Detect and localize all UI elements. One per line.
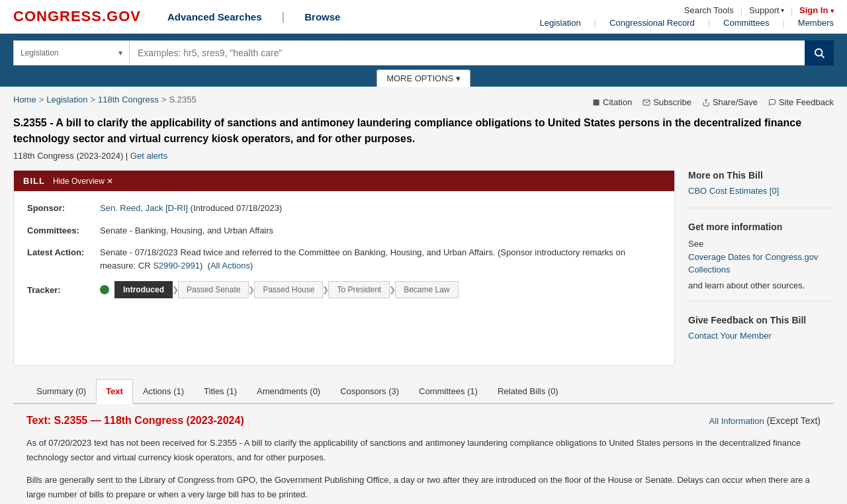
top-bar: CONGRESS.GOV Advanced Searches | Browse … xyxy=(0,0,847,34)
top-right-links: Search Tools | Support ▾ | Sign In ▾ xyxy=(684,5,834,15)
contact-member-link[interactable]: Contact Your Member xyxy=(688,331,834,341)
cbo-link[interactable]: CBO Cost Estimates [0] xyxy=(688,186,834,196)
tab-text[interactable]: Text xyxy=(96,379,133,404)
nav-divider: | xyxy=(282,10,285,24)
top-nav: Advanced Searches | Browse xyxy=(167,10,340,24)
tab-cosponsors[interactable]: Cosponsors (3) xyxy=(330,379,409,404)
divider2: | xyxy=(791,5,793,15)
all-actions-link[interactable]: All Actions xyxy=(210,261,250,271)
bill-panel: BILL Hide Overview ✕ Sponsor: Sen. Reed,… xyxy=(13,170,675,366)
breadcrumb: Home > Legislation > 118th Congress > S.… xyxy=(13,95,197,105)
tracker-row: Tracker: Introduced ❯ Passed Senate ❯ Pa… xyxy=(27,281,661,298)
search-dropdown-arrow: ▾ xyxy=(118,48,122,58)
hide-overview-button[interactable]: Hide Overview ✕ xyxy=(53,177,113,186)
sign-in-dropdown-arrow: ▾ xyxy=(830,7,834,15)
all-info-wrapper: All Information (Except Text) xyxy=(709,415,821,426)
tracker-steps: Introduced ❯ Passed Senate ❯ Passed Hous… xyxy=(114,281,459,298)
sec-divider1: | xyxy=(594,18,596,28)
tab-titles[interactable]: Titles (1) xyxy=(194,379,247,404)
tracker-step-passed-house: Passed House xyxy=(254,281,323,298)
breadcrumb-legislation[interactable]: Legislation xyxy=(46,95,87,105)
tab-related-bills[interactable]: Related Bills (0) xyxy=(488,379,568,404)
tracker-label: Tracker: xyxy=(27,285,100,295)
search-row: Legislation ▾ xyxy=(13,40,834,65)
committees-value: Senate - Banking, Housing, and Urban Aff… xyxy=(100,224,661,237)
text-body: As of 07/20/2023 text has not been recei… xyxy=(26,436,821,502)
tab-amendments[interactable]: Amendments (0) xyxy=(247,379,330,404)
logo-gov: GOV xyxy=(107,8,141,24)
latest-action-value: Senate - 07/18/2023 Read twice and refer… xyxy=(100,246,661,272)
bill-panel-header: BILL Hide Overview ✕ xyxy=(14,171,674,191)
support-link[interactable]: Support ▾ xyxy=(749,5,784,15)
tab-committees[interactable]: Committees (1) xyxy=(409,379,488,404)
logo-congress: CONGRESS xyxy=(13,8,102,24)
search-input[interactable] xyxy=(129,40,805,65)
tab-summary[interactable]: Summary (0) xyxy=(26,379,96,404)
site-feedback-link[interactable]: Site Feedback xyxy=(768,97,834,107)
all-info-suffix: (Except Text) xyxy=(767,415,821,426)
more-options-arrow: ▾ xyxy=(456,73,461,83)
sidebar-more-heading: More on This Bill xyxy=(688,170,834,181)
bc-sep3: > xyxy=(161,95,167,105)
nav-advanced-searches[interactable]: Advanced Searches xyxy=(167,11,262,22)
share-icon xyxy=(702,99,710,106)
logo-dot: . xyxy=(102,8,107,24)
sec-divider2: | xyxy=(708,18,710,28)
search-dropdown-label: Legislation xyxy=(21,48,58,58)
feedback-icon xyxy=(768,99,776,106)
divider1: | xyxy=(740,5,742,15)
site-logo[interactable]: CONGRESS.GOV xyxy=(13,8,141,25)
sidebar-feedback: Give Feedback on This Bill Contact Your … xyxy=(688,315,834,353)
nav-legislation[interactable]: Legislation xyxy=(540,18,581,28)
tracker-step-to-president: To President xyxy=(328,281,390,298)
text-header: Text: S.2355 — 118th Congress (2023-2024… xyxy=(26,415,821,427)
citation-link[interactable]: Citation xyxy=(592,97,632,107)
cr-link[interactable]: S2990-2991 xyxy=(153,261,200,271)
get-alerts-link[interactable]: Get alerts xyxy=(130,151,167,161)
svg-line-1 xyxy=(821,55,824,58)
latest-action-label: Latest Action: xyxy=(27,246,100,272)
breadcrumb-congress[interactable]: 118th Congress xyxy=(98,95,159,105)
nav-committees[interactable]: Committees xyxy=(723,18,769,28)
tab-actions[interactable]: Actions (1) xyxy=(133,379,194,404)
sponsor-label: Sponsor: xyxy=(27,202,100,215)
committees-row: Committees: Senate - Banking, Housing, a… xyxy=(27,224,661,237)
all-info-link[interactable]: All Information xyxy=(709,416,764,426)
breadcrumb-home[interactable]: Home xyxy=(13,95,36,105)
text-section-title: Text: S.2355 — 118th Congress (2023-2024… xyxy=(26,415,244,427)
search-dropdown[interactable]: Legislation ▾ xyxy=(13,40,129,65)
more-options-row: MORE OPTIONS ▾ xyxy=(13,65,834,87)
sign-in-link[interactable]: Sign In ▾ xyxy=(799,5,834,15)
search-area: Legislation ▾ MORE OPTIONS ▾ xyxy=(0,34,847,87)
sponsor-row: Sponsor: Sen. Reed, Jack [D-RI] (Introdu… xyxy=(27,202,661,215)
sidebar-get-info: Get more information See Coverage Dates … xyxy=(688,222,834,302)
sidebar-info-heading: Get more information xyxy=(688,222,834,232)
nav-congressional-record[interactable]: Congressional Record xyxy=(609,18,695,28)
tracker-step-introduced: Introduced xyxy=(114,281,173,298)
subscribe-icon xyxy=(643,99,650,106)
sponsor-link[interactable]: Sen. Reed, Jack [D-RI] xyxy=(100,203,188,213)
tabs-bar: Summary (0) Text Actions (1) Titles (1) … xyxy=(13,379,834,404)
svg-rect-2 xyxy=(594,99,600,105)
content-area: Home > Legislation > 118th Congress > S.… xyxy=(0,87,847,504)
bill-sidebar: More on This Bill CBO Cost Estimates [0]… xyxy=(688,170,834,366)
breadcrumb-bill: S.2355 xyxy=(169,95,196,105)
bc-sep2: > xyxy=(90,95,95,105)
search-tools-link[interactable]: Search Tools xyxy=(684,5,734,15)
coverage-link[interactable]: Coverage Dates for Congress.gov Collecti… xyxy=(688,251,834,276)
bill-title: S.2355 - A bill to clarify the applicabi… xyxy=(13,115,834,147)
bill-badge-label: BILL xyxy=(23,176,45,186)
text-para-1: As of 07/20/2023 text has not been recei… xyxy=(26,436,821,465)
nav-browse[interactable]: Browse xyxy=(304,11,340,22)
search-button[interactable] xyxy=(805,40,834,65)
share-save-link[interactable]: Share/Save xyxy=(702,97,758,107)
subscribe-link[interactable]: Subscribe xyxy=(643,97,691,107)
bill-congress: 118th Congress (2023-2024) | Get alerts xyxy=(13,151,834,161)
secondary-nav: Legislation | Congressional Record | Com… xyxy=(540,18,834,28)
committees-label: Committees: xyxy=(27,224,100,237)
more-options-button[interactable]: MORE OPTIONS ▾ xyxy=(377,69,470,87)
nav-members[interactable]: Members xyxy=(798,18,834,28)
sidebar-info-text: See Coverage Dates for Congress.gov Coll… xyxy=(688,237,834,292)
bill-details: Sponsor: Sen. Reed, Jack [D-RI] (Introdu… xyxy=(14,191,674,315)
search-icon xyxy=(813,47,825,59)
